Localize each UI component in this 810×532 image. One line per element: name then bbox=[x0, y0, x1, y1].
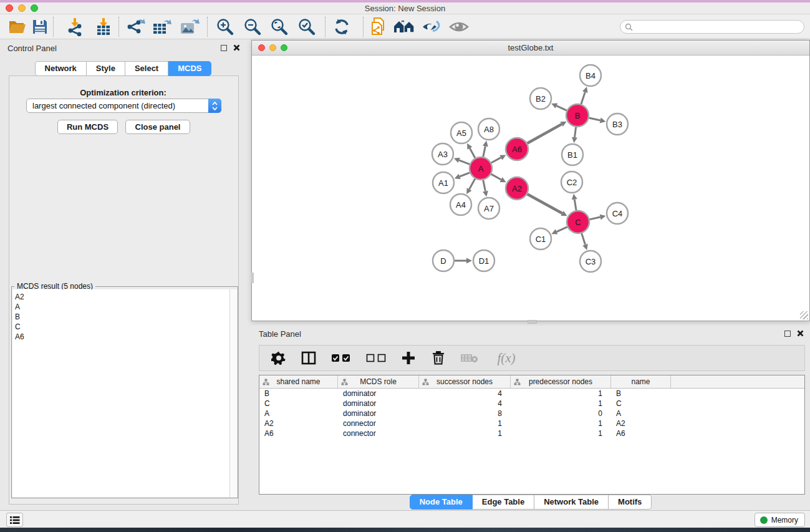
tab-mcds[interactable]: MCDS bbox=[168, 61, 211, 76]
mcds-result-item[interactable]: C bbox=[12, 322, 229, 332]
table-cell[interactable]: 8 bbox=[419, 409, 511, 418]
export-image-icon[interactable] bbox=[179, 16, 200, 37]
graph-edge[interactable] bbox=[581, 92, 585, 104]
show-all-networks-icon[interactable] bbox=[392, 16, 417, 37]
graph-edge[interactable] bbox=[574, 200, 576, 211]
graph-edge[interactable] bbox=[557, 227, 567, 232]
export-network-icon[interactable] bbox=[125, 16, 147, 37]
function-builder-icon[interactable]: f(x) bbox=[493, 350, 520, 366]
table-cell[interactable]: 0 bbox=[511, 409, 611, 418]
network-graph[interactable]: B4B2BB3A5A8A6B1A3AA1C2A2A4A7C4CC1C3DD1 bbox=[252, 56, 809, 321]
bottom-splitter-handle[interactable] bbox=[528, 320, 537, 324]
zoom-fit-icon[interactable] bbox=[269, 16, 290, 37]
import-table-icon[interactable] bbox=[93, 16, 114, 37]
table-cell[interactable]: 1 bbox=[419, 428, 511, 438]
float-table-panel-icon[interactable] bbox=[784, 331, 791, 337]
delete-column-icon[interactable] bbox=[430, 350, 446, 366]
zoom-selected-icon[interactable] bbox=[296, 16, 317, 37]
table-cell[interactable]: dominator bbox=[338, 389, 419, 399]
table-cell[interactable]: connector bbox=[338, 418, 419, 428]
column-header-MCDS-role[interactable]: MCDS role bbox=[338, 375, 419, 388]
settings-gear-icon[interactable] bbox=[271, 350, 287, 366]
hide-selected-icon[interactable] bbox=[420, 16, 441, 37]
table-cell[interactable]: dominator bbox=[338, 409, 419, 418]
table-cell[interactable]: connector bbox=[338, 428, 419, 438]
mcds-result-list[interactable]: A2ABCA6 bbox=[12, 289, 229, 497]
deselect-all-checkboxes-icon[interactable] bbox=[365, 350, 387, 366]
duplicate-network-icon[interactable] bbox=[368, 16, 389, 37]
table-row[interactable]: A2connector11A2 bbox=[259, 418, 804, 428]
table-cell[interactable]: A bbox=[259, 409, 338, 418]
open-session-icon[interactable] bbox=[7, 16, 28, 37]
close-panel-icon[interactable] bbox=[233, 44, 240, 51]
graph-edge[interactable] bbox=[528, 124, 562, 143]
run-mcds-button[interactable]: Run MCDS bbox=[57, 120, 118, 134]
show-selected-icon[interactable] bbox=[448, 16, 470, 37]
graph-edge[interactable] bbox=[470, 179, 475, 190]
mcds-result-item[interactable]: A6 bbox=[12, 332, 229, 342]
table-row[interactable]: A6connector11A6 bbox=[259, 428, 804, 438]
table-cell[interactable]: C bbox=[259, 399, 338, 409]
result-list-scrollbar[interactable] bbox=[229, 289, 237, 497]
mcds-result-item[interactable]: A bbox=[12, 302, 229, 312]
column-header-predecessor-nodes[interactable]: predecessor nodes bbox=[511, 375, 611, 388]
graph-edge[interactable] bbox=[589, 118, 600, 120]
graph-edge[interactable] bbox=[460, 173, 470, 177]
criterion-dropdown[interactable]: largest connected component (directed) bbox=[26, 99, 221, 113]
table-cell[interactable]: dominator bbox=[338, 399, 419, 409]
table-row[interactable]: Adominator80A bbox=[259, 409, 804, 418]
table-cell[interactable]: C bbox=[611, 399, 671, 409]
mcds-result-item[interactable]: A2 bbox=[12, 292, 229, 302]
left-splitter-handle[interactable] bbox=[251, 273, 254, 283]
table-cell[interactable]: A6 bbox=[259, 428, 338, 438]
table-cell[interactable]: B bbox=[259, 389, 338, 399]
export-table-icon[interactable] bbox=[152, 16, 173, 37]
table-cell[interactable]: 4 bbox=[419, 399, 511, 409]
table-cell[interactable]: 1 bbox=[511, 428, 611, 438]
search-field[interactable] bbox=[620, 20, 804, 34]
refresh-layout-icon[interactable] bbox=[331, 16, 352, 37]
table-row[interactable]: Cdominator41C bbox=[259, 399, 804, 409]
column-header-shared-name[interactable]: shared name bbox=[259, 375, 338, 388]
zoom-in-icon[interactable] bbox=[215, 16, 236, 37]
float-panel-icon[interactable] bbox=[221, 45, 227, 51]
table-tab-edge-table[interactable]: Edge Table bbox=[473, 495, 534, 510]
tab-select[interactable]: Select bbox=[125, 61, 168, 76]
column-header-name[interactable]: name bbox=[611, 375, 671, 388]
tab-style[interactable]: Style bbox=[87, 61, 125, 76]
table-cell[interactable]: 1 bbox=[511, 399, 611, 409]
close-table-panel-icon[interactable] bbox=[797, 330, 804, 337]
table-cell[interactable]: 4 bbox=[419, 389, 511, 399]
save-session-icon[interactable] bbox=[29, 16, 51, 37]
table-cell[interactable]: A2 bbox=[611, 418, 671, 428]
graph-edge[interactable] bbox=[528, 194, 562, 213]
table-cell[interactable]: A6 bbox=[611, 428, 671, 438]
table-cell[interactable]: A2 bbox=[259, 418, 338, 428]
memory-button[interactable]: Memory bbox=[755, 513, 805, 527]
select-all-checkboxes-icon[interactable] bbox=[330, 350, 352, 366]
graph-edge[interactable] bbox=[491, 174, 501, 180]
task-history-button[interactable] bbox=[6, 513, 23, 527]
graph-edge[interactable] bbox=[556, 106, 566, 110]
delete-table-icon[interactable] bbox=[460, 350, 479, 366]
zoom-out-icon[interactable] bbox=[242, 16, 263, 37]
graph-edge[interactable] bbox=[590, 217, 600, 220]
table-cell[interactable]: B bbox=[611, 389, 671, 399]
tab-network[interactable]: Network bbox=[35, 61, 87, 76]
resize-grip[interactable] bbox=[800, 311, 808, 319]
table-row[interactable]: Bdominator41B bbox=[259, 389, 804, 399]
column-header-successor-nodes[interactable]: successor nodes bbox=[419, 375, 511, 388]
table-cell[interactable]: 1 bbox=[511, 389, 611, 399]
graph-edge[interactable] bbox=[575, 127, 576, 137]
graph-edge[interactable] bbox=[491, 158, 501, 163]
add-column-icon[interactable] bbox=[400, 350, 417, 366]
close-panel-button[interactable]: Close panel bbox=[125, 120, 190, 134]
table-tab-node-table[interactable]: Node Table bbox=[410, 495, 473, 510]
table-cell[interactable]: 1 bbox=[511, 418, 611, 428]
graph-edge[interactable] bbox=[459, 160, 470, 164]
column-visibility-icon[interactable] bbox=[301, 350, 317, 366]
graph-edge[interactable] bbox=[483, 146, 486, 157]
table-tab-network-table[interactable]: Network Table bbox=[534, 495, 609, 510]
import-network-icon[interactable] bbox=[64, 16, 85, 37]
table-tab-motifs[interactable]: Motifs bbox=[609, 495, 652, 510]
